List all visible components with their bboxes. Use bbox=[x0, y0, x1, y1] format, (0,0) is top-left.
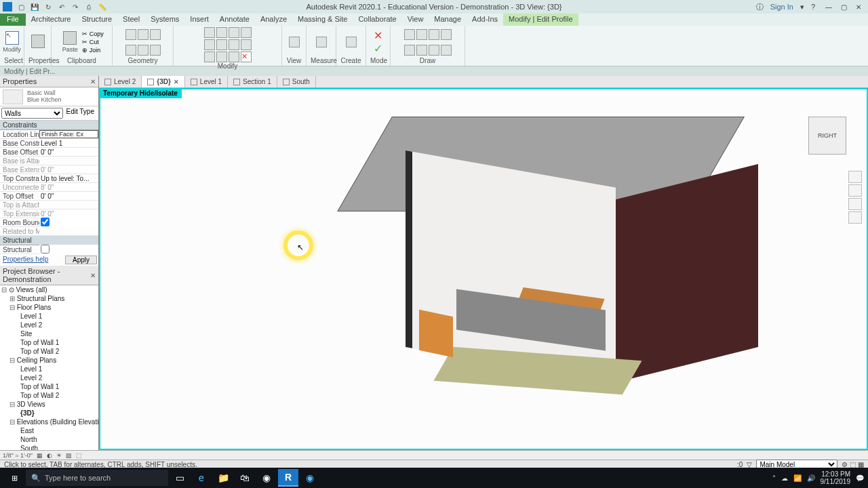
tree-item[interactable]: Level 2 bbox=[0, 373, 98, 382]
property-value[interactable]: 0' 0" bbox=[39, 210, 98, 218]
align-icon[interactable] bbox=[216, 39, 227, 50]
copy-icon[interactable] bbox=[216, 27, 227, 38]
paste-button[interactable]: Paste bbox=[60, 30, 80, 54]
tree-root[interactable]: ⊙ Views (all) bbox=[0, 285, 98, 294]
edge-icon[interactable]: e bbox=[191, 469, 212, 487]
rotate-icon[interactable] bbox=[229, 27, 239, 38]
help-icon[interactable]: ? bbox=[811, 3, 815, 11]
menu-modify-edit-profile[interactable]: Modify | Edit Profile bbox=[503, 14, 578, 26]
view-tab-level2[interactable]: Level 2 bbox=[99, 76, 142, 87]
geom-tool-icon[interactable] bbox=[138, 45, 149, 56]
structural-checkbox[interactable] bbox=[41, 245, 50, 253]
finish-edit-icon[interactable]: ✓ bbox=[374, 42, 382, 55]
menu-analyze[interactable]: Analyze bbox=[255, 14, 292, 26]
type-selector[interactable]: Basic Wall Blue Kitchen bbox=[0, 87, 98, 106]
tree-item[interactable]: Top of Wall 2 bbox=[0, 391, 98, 400]
tree-item[interactable]: Site bbox=[0, 329, 98, 338]
nav-orbit-icon[interactable] bbox=[848, 211, 862, 224]
menu-steel[interactable]: Steel bbox=[117, 14, 145, 26]
sign-in-link[interactable]: Sign In bbox=[770, 3, 793, 11]
create-icon[interactable] bbox=[346, 37, 357, 47]
geom-tool-icon[interactable] bbox=[150, 29, 161, 40]
property-value[interactable]: Up to level: To... bbox=[39, 175, 98, 182]
geom-tool-icon[interactable] bbox=[125, 45, 136, 56]
edit-type-button[interactable]: Edit Type bbox=[63, 108, 97, 119]
tree-item[interactable]: North bbox=[0, 435, 98, 444]
visual-style-icon[interactable]: ◐ bbox=[47, 452, 52, 459]
copy-button[interactable]: ✂ Copy bbox=[82, 30, 104, 37]
file-menu[interactable]: File bbox=[0, 14, 26, 26]
tree-item[interactable]: Level 1 bbox=[0, 365, 98, 373]
tree-item[interactable]: Structural Plans bbox=[0, 294, 98, 303]
move-icon[interactable] bbox=[204, 27, 215, 38]
measure-icon[interactable]: 📏 bbox=[98, 2, 107, 12]
pin-icon[interactable] bbox=[229, 52, 239, 62]
menu-collaborate[interactable]: Collaborate bbox=[353, 14, 401, 26]
nav-pan-icon[interactable] bbox=[848, 184, 862, 197]
join-button[interactable]: ⊕ Join bbox=[82, 47, 104, 54]
tree-item[interactable]: 3D Views bbox=[0, 400, 98, 409]
exchange-icon[interactable]: ▾ bbox=[800, 3, 804, 12]
browser-close-icon[interactable]: ✕ bbox=[90, 272, 96, 279]
property-value[interactable]: 0' 0" bbox=[39, 166, 98, 174]
menu-architecture[interactable]: Architecture bbox=[26, 14, 77, 26]
undo-icon[interactable]: ↶ bbox=[57, 2, 66, 12]
tree-item[interactable]: Top of Wall 2 bbox=[0, 347, 98, 356]
properties-icon[interactable] bbox=[28, 30, 47, 54]
constraints-section[interactable]: Constraints bbox=[0, 121, 98, 130]
search-input[interactable]: 🔍 Type here to search bbox=[26, 470, 168, 486]
tree-item[interactable]: Floor Plans bbox=[0, 303, 98, 312]
store-icon[interactable]: 🛍 bbox=[235, 469, 255, 487]
maximize-button[interactable]: ▢ bbox=[837, 1, 850, 12]
chrome-icon[interactable]: ◉ bbox=[256, 469, 277, 487]
property-value[interactable]: Finish Face: Ex bbox=[39, 130, 98, 138]
3d-canvas[interactable]: ↖ RIGHT bbox=[99, 88, 868, 450]
close-button[interactable]: ✕ bbox=[852, 1, 865, 12]
sync-icon[interactable]: ↻ bbox=[43, 2, 53, 12]
taskview-icon[interactable]: ▭ bbox=[170, 469, 190, 487]
menu-view[interactable]: View bbox=[402, 14, 429, 26]
shadows-icon[interactable]: ▨ bbox=[66, 452, 72, 459]
property-value[interactable] bbox=[39, 245, 98, 255]
offset-icon[interactable] bbox=[229, 39, 239, 50]
print-icon[interactable]: ⎙ bbox=[84, 2, 94, 12]
menu-addins[interactable]: Add-Ins bbox=[467, 14, 503, 26]
rect-icon[interactable] bbox=[416, 29, 427, 40]
menu-manage[interactable]: Manage bbox=[429, 14, 467, 26]
tree-item[interactable]: Level 1 bbox=[0, 312, 98, 321]
modify-tool-icon[interactable]: ↖Modify bbox=[3, 30, 21, 54]
tab-close-icon[interactable]: ✕ bbox=[174, 79, 179, 85]
tray-up-icon[interactable]: ˄ bbox=[772, 474, 776, 482]
clock[interactable]: 12:03 PM 9/11/2019 bbox=[821, 470, 851, 485]
property-value[interactable] bbox=[39, 218, 98, 228]
menu-systems[interactable]: Systems bbox=[145, 14, 184, 26]
redo-icon[interactable]: ↷ bbox=[71, 2, 80, 12]
geom-tool-icon[interactable] bbox=[150, 45, 161, 56]
nav-wheel-icon[interactable] bbox=[848, 171, 862, 183]
tree-item[interactable]: South bbox=[0, 444, 98, 450]
tree-item[interactable]: Top of Wall 1 bbox=[0, 382, 98, 391]
tree-item[interactable]: Level 2 bbox=[0, 321, 98, 329]
property-value[interactable]: 8' 0" bbox=[39, 184, 98, 191]
recording-icon[interactable]: ◉ bbox=[300, 469, 320, 487]
pick-icon[interactable] bbox=[441, 45, 452, 56]
cancel-edit-icon[interactable]: ✕ bbox=[374, 29, 382, 42]
volume-icon[interactable]: 🔊 bbox=[807, 474, 815, 482]
sun-path-icon[interactable]: ☀ bbox=[56, 452, 62, 459]
geom-tool-icon[interactable] bbox=[125, 29, 136, 40]
onedrive-icon[interactable]: ☁ bbox=[781, 474, 788, 482]
properties-close-icon[interactable]: ✕ bbox=[90, 78, 96, 85]
category-selector[interactable]: Walls bbox=[1, 108, 63, 119]
view-tab-section1[interactable]: Section 1 bbox=[228, 76, 277, 87]
tree-item[interactable]: Ceiling Plans bbox=[0, 356, 98, 365]
apply-button[interactable]: Apply bbox=[65, 256, 97, 264]
property-value[interactable]: 0' 0" bbox=[39, 192, 98, 200]
tree-item[interactable]: Top of Wall 1 bbox=[0, 338, 98, 347]
delete-icon[interactable]: ✕ bbox=[241, 52, 252, 62]
property-value[interactable]: 0' 0" bbox=[39, 148, 98, 156]
detail-level-icon[interactable]: ▦ bbox=[37, 452, 43, 459]
minimize-button[interactable]: — bbox=[822, 1, 835, 12]
spline-icon[interactable] bbox=[416, 45, 427, 56]
tree-item[interactable]: {3D} bbox=[0, 409, 98, 418]
save-icon[interactable]: 💾 bbox=[30, 2, 39, 12]
